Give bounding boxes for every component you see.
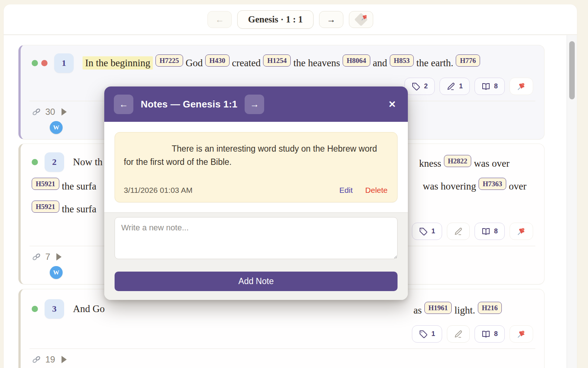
note-timestamp: 3/11/2026 01:03 AM: [124, 186, 192, 195]
strongs-badge[interactable]: H5921: [32, 201, 59, 213]
delete-note-link[interactable]: Delete: [365, 186, 388, 195]
verse-fragment: Now th: [73, 156, 102, 168]
wikipedia-icon[interactable]: W: [50, 121, 63, 134]
verse-word: was hovering: [423, 181, 476, 192]
reference-count: 8: [494, 82, 498, 90]
new-note-input[interactable]: [115, 217, 398, 259]
pushpin-icon: [517, 82, 526, 91]
arrow-right-icon: →: [327, 14, 336, 25]
strongs-badge[interactable]: H216: [478, 302, 502, 314]
pencil-icon: [454, 227, 463, 236]
strongs-badge[interactable]: H7363: [479, 178, 506, 190]
verse-number-badge: 2: [45, 152, 64, 172]
link-icon: [32, 252, 41, 262]
verse-3-start: 3 And Go: [32, 299, 105, 319]
edit-note-link[interactable]: Edit: [339, 186, 353, 195]
strongs-badge[interactable]: H430: [205, 54, 229, 67]
scrollbar-track[interactable]: [567, 35, 577, 368]
tags-button[interactable]: 1: [412, 223, 442, 240]
highlighted-word[interactable]: In the beginning: [83, 56, 153, 70]
divider: [29, 348, 535, 349]
verse-word: over: [509, 181, 526, 192]
verse-card-3: 3 And Go asH1961light.H216 1 8: [18, 289, 545, 368]
tag-count: 1: [431, 227, 435, 235]
strongs-badge[interactable]: H2822: [444, 155, 472, 167]
wikipedia-icon[interactable]: W: [50, 266, 63, 279]
tags-button[interactable]: 1: [412, 325, 442, 343]
add-note-button[interactable]: Add Note: [115, 272, 398, 291]
verse-1-text: In the beginningH7225GodH430createdH1254…: [83, 52, 483, 74]
notes-button[interactable]: 1: [440, 78, 470, 95]
expand-links-icon[interactable]: [62, 108, 67, 116]
strongs-badge[interactable]: H776: [456, 54, 480, 67]
verse-word: and: [373, 57, 387, 68]
pencil-icon: [454, 330, 463, 339]
notes-modal-title: Notes — Genesis 1:1: [141, 99, 237, 110]
pinned-notes-button[interactable]: [349, 11, 373, 28]
pin-verse-button[interactable]: [510, 78, 533, 95]
red-status-dot: [41, 60, 48, 66]
book-icon: [482, 330, 490, 339]
pencil-icon: [447, 82, 455, 91]
verse-fragment: knessH2822was over: [419, 155, 510, 169]
pin-verse-button[interactable]: [510, 223, 533, 240]
verse-fragment: asH1961light.H216: [413, 302, 504, 316]
verse-reference[interactable]: Genesis · 1 : 1: [237, 10, 314, 29]
tag-icon: [412, 82, 420, 91]
next-verse-button[interactable]: →: [319, 11, 343, 28]
cross-references-button[interactable]: 8: [475, 325, 505, 343]
link-count: 19: [45, 354, 55, 365]
strongs-badge[interactable]: H1961: [424, 302, 452, 314]
strongs-badge[interactable]: H1254: [263, 54, 291, 67]
pin-verse-button[interactable]: [510, 325, 533, 343]
verse-number-badge: 1: [54, 53, 74, 73]
verse-2-start: 2 Now th: [32, 152, 102, 172]
verse-word: as: [413, 305, 422, 316]
green-status-dot: [32, 60, 38, 66]
pushpin-icon: [361, 14, 368, 21]
expand-links-icon[interactable]: [62, 356, 67, 363]
previous-verse-button[interactable]: ←: [207, 11, 232, 28]
verse-fragment: H5921the surfa: [32, 178, 97, 192]
tag-count: 1: [431, 330, 435, 338]
verse-word: God: [186, 57, 203, 68]
book-icon: [482, 227, 490, 236]
notes-list: There is an interesting word study on th…: [104, 122, 408, 212]
cross-references-button[interactable]: 8: [475, 223, 505, 240]
link-count: 7: [45, 252, 50, 262]
strongs-badge[interactable]: H853: [390, 54, 414, 67]
strongs-badge[interactable]: H5921: [32, 178, 59, 190]
verse-3-links-row: 19: [32, 353, 533, 367]
verse-word: was over: [474, 158, 510, 169]
strongs-badge[interactable]: H8064: [343, 54, 370, 67]
verse-word: created: [232, 57, 261, 68]
expand-links-icon[interactable]: [56, 253, 62, 261]
reference-count: 8: [494, 330, 498, 338]
note-count: 1: [459, 82, 463, 90]
verse-word: kness: [419, 158, 441, 169]
green-status-dot: [32, 159, 38, 165]
pushpin-icon: [517, 329, 526, 339]
tags-button[interactable]: 2: [405, 78, 435, 95]
arrow-left-icon: ←: [215, 14, 224, 25]
close-icon[interactable]: ✕: [386, 97, 398, 112]
next-verse-notes-button[interactable]: →: [245, 95, 264, 114]
strongs-badge[interactable]: H7225: [155, 54, 183, 67]
notes-button[interactable]: [447, 325, 470, 343]
green-status-dot: [32, 306, 38, 312]
verse-word: the earth.: [416, 57, 453, 68]
reference-count: 8: [494, 227, 498, 235]
link-count: 30: [45, 107, 55, 117]
scrollbar-thumb[interactable]: [569, 41, 575, 99]
arrow-left-icon: ←: [119, 99, 128, 110]
notes-button[interactable]: [447, 223, 470, 240]
arrow-right-icon: →: [250, 99, 259, 110]
notes-modal: ← Notes — Genesis 1:1 → ✕ There is an in…: [104, 86, 408, 300]
cross-references-button[interactable]: 8: [475, 78, 505, 95]
book-icon: [482, 82, 490, 91]
top-navigation-bar: ← Genesis · 1 : 1 →: [4, 4, 577, 35]
verse-fragment: was hoveringH7363over: [423, 178, 526, 192]
verse-3-actions: 1 8: [32, 325, 533, 343]
previous-verse-notes-button[interactable]: ←: [114, 95, 133, 114]
note-composer-section: Add Note: [104, 212, 408, 300]
